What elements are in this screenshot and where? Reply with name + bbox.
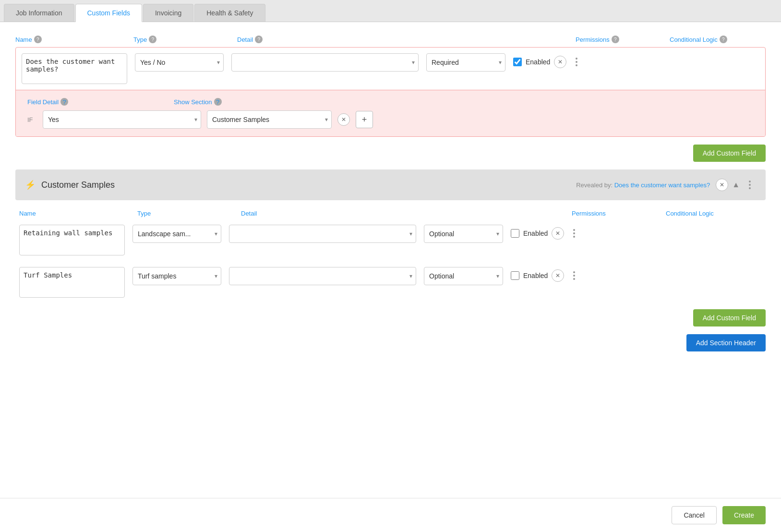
sub-field-0-type-select[interactable]: Landscape sam... bbox=[132, 225, 221, 243]
show-section-help-icon[interactable]: ? bbox=[214, 98, 222, 106]
sub-field-1-permissions-select[interactable]: Optional Required bbox=[424, 267, 503, 285]
top-field-row: Yes / No Text Number ▾ ▾ Required Opt bbox=[16, 48, 765, 90]
type-help-icon[interactable]: ? bbox=[149, 36, 156, 43]
sub-field-1-logic-wrap: Enabled ✕ bbox=[511, 267, 580, 284]
sub-field-1-name-input[interactable] bbox=[19, 267, 125, 298]
sub-field-0-detail-select[interactable] bbox=[229, 225, 416, 243]
sub-field-row-0: Landscape sam... ▾ ▾ Optional Required ▾ bbox=[15, 221, 766, 259]
add-custom-field-row-top: Add Custom Field bbox=[15, 145, 766, 162]
col-header-type: Type bbox=[133, 36, 147, 43]
add-custom-field-row-bottom: Add Custom Field bbox=[15, 309, 766, 326]
sub-field-0-type-select-wrap: Landscape sam... ▾ bbox=[132, 225, 221, 243]
sub-field-1-detail-select[interactable] bbox=[229, 267, 416, 285]
top-field-detail-select[interactable] bbox=[231, 53, 419, 72]
top-field-permissions-select-wrap: Required Optional ▾ bbox=[426, 53, 505, 72]
show-section-label: Show Section ? bbox=[174, 98, 222, 106]
top-field-logic-wrap: Enabled ✕ bbox=[513, 53, 583, 71]
sub-field-0-detail-select-wrap: ▾ bbox=[229, 225, 416, 243]
sub-field-0-permissions-select[interactable]: Optional Required bbox=[424, 225, 503, 243]
sub-field-0-logic-label: Enabled bbox=[523, 230, 548, 237]
sub-field-1-type-select-wrap: Turf samples ▾ bbox=[132, 267, 221, 285]
sub-col-header-permissions: Permissions bbox=[572, 210, 658, 217]
conditional-row: IF Yes No ▾ Customer Samples ▾ bbox=[27, 110, 754, 129]
tab-invoicing[interactable]: Invoicing bbox=[143, 4, 193, 22]
section-collapse-btn[interactable]: ▲ bbox=[732, 181, 740, 189]
if-value-select[interactable]: Yes No bbox=[43, 110, 201, 129]
tab-job-information[interactable]: Job Information bbox=[4, 4, 74, 22]
if-label: IF bbox=[27, 116, 37, 123]
revealed-by-text: Revealed by: Does the customer want samp… bbox=[576, 181, 710, 189]
top-field-logic-close-btn[interactable]: ✕ bbox=[554, 56, 566, 68]
main-content: Name ? Type ? Detail ? Permissions ? Con… bbox=[0, 22, 781, 498]
sub-field-1-permissions-select-wrap: Optional Required ▾ bbox=[424, 267, 503, 285]
sub-field-column-headers: Name Type Detail Permissions Conditional… bbox=[15, 210, 766, 217]
top-field-type-select-wrap: Yes / No Text Number ▾ bbox=[135, 53, 224, 72]
top-field-name-input[interactable] bbox=[22, 53, 127, 84]
field-column-headers: Name ? Type ? Detail ? Permissions ? Con… bbox=[15, 36, 766, 43]
sub-field-1-logic-checkbox[interactable] bbox=[511, 271, 519, 280]
sub-field-1-dots-menu[interactable] bbox=[568, 267, 580, 284]
conditional-row-add-btn[interactable]: + bbox=[356, 111, 373, 128]
add-section-header-btn[interactable]: Add Section Header bbox=[686, 334, 766, 351]
col-header-conditional-logic: Conditional Logic bbox=[670, 36, 718, 43]
section-title: Customer Samples bbox=[41, 180, 570, 190]
col-header-detail: Detail bbox=[237, 36, 253, 43]
section-controls: ✕ ▲ bbox=[716, 176, 756, 193]
top-field-type-select[interactable]: Yes / No Text Number bbox=[135, 53, 224, 72]
sub-col-header-logic: Conditional Logic bbox=[666, 210, 762, 217]
tab-custom-fields[interactable]: Custom Fields bbox=[75, 4, 142, 22]
section-close-btn[interactable]: ✕ bbox=[716, 179, 728, 191]
if-value-select-wrap: Yes No ▾ bbox=[43, 110, 201, 129]
sub-field-0-logic-checkbox[interactable] bbox=[511, 229, 519, 238]
revealed-by-link[interactable]: Does the customer want samples? bbox=[614, 181, 710, 189]
sub-col-header-detail: Detail bbox=[241, 210, 564, 217]
sub-field-row-1: Turf samples ▾ ▾ Optional Required ▾ Ena… bbox=[15, 263, 766, 302]
top-field-logic-checkbox[interactable] bbox=[513, 58, 522, 66]
add-custom-field-btn-top[interactable]: Add Custom Field bbox=[693, 145, 766, 162]
conditional-row-close-btn[interactable]: ✕ bbox=[337, 113, 350, 126]
col-header-permissions: Permissions bbox=[576, 36, 610, 43]
add-section-header-row: Add Section Header bbox=[15, 334, 766, 351]
top-field-logic-label: Enabled bbox=[526, 58, 550, 66]
detail-help-icon[interactable]: ? bbox=[255, 36, 263, 43]
sub-col-header-name: Name bbox=[19, 210, 130, 217]
section-lightning-icon: ⚡ bbox=[25, 180, 36, 190]
sub-field-0-name-input[interactable] bbox=[19, 225, 125, 255]
tab-health-safety[interactable]: Health & Safety bbox=[194, 4, 265, 22]
cancel-button[interactable]: Cancel bbox=[672, 506, 717, 524]
name-help-icon[interactable]: ? bbox=[34, 36, 42, 43]
field-detail-help-icon[interactable]: ? bbox=[60, 98, 68, 106]
col-header-name: Name bbox=[15, 36, 32, 43]
sub-field-0-dots-menu[interactable] bbox=[568, 225, 580, 242]
conditional-header: Field Detail ? Show Section ? bbox=[27, 98, 754, 106]
create-button[interactable]: Create bbox=[722, 506, 766, 524]
tab-bar: Job Information Custom Fields Invoicing … bbox=[0, 0, 781, 22]
top-field-dots-menu[interactable] bbox=[570, 53, 583, 71]
add-custom-field-btn-bottom[interactable]: Add Custom Field bbox=[693, 309, 766, 326]
bottom-actions: Cancel Create bbox=[0, 498, 781, 532]
field-detail-label: Field Detail ? bbox=[27, 98, 68, 106]
top-field-card: Yes / No Text Number ▾ ▾ Required Opt bbox=[15, 47, 766, 137]
sub-field-0-close-btn[interactable]: ✕ bbox=[552, 227, 564, 240]
conditional-logic-help-icon[interactable]: ? bbox=[720, 36, 727, 43]
sub-field-1-type-select[interactable]: Turf samples bbox=[132, 267, 221, 285]
customer-samples-section-header: ⚡ Customer Samples Revealed by: Does the… bbox=[15, 169, 766, 200]
sub-field-1-close-btn[interactable]: ✕ bbox=[552, 269, 564, 282]
top-field-detail-select-wrap: ▾ bbox=[231, 53, 419, 72]
permissions-help-icon[interactable]: ? bbox=[612, 36, 619, 43]
show-section-select-wrap: Customer Samples ▾ bbox=[207, 110, 332, 129]
sub-field-0-logic-wrap: Enabled ✕ bbox=[511, 225, 580, 242]
section-dots-menu[interactable] bbox=[744, 176, 756, 193]
top-field-permissions-select[interactable]: Required Optional bbox=[426, 53, 505, 72]
sub-field-1-detail-select-wrap: ▾ bbox=[229, 267, 416, 285]
sub-field-1-logic-label: Enabled bbox=[523, 272, 548, 279]
conditional-logic-section: Field Detail ? Show Section ? IF Yes No bbox=[16, 90, 765, 136]
sub-col-header-type: Type bbox=[137, 210, 233, 217]
sub-field-0-permissions-select-wrap: Optional Required ▾ bbox=[424, 225, 503, 243]
show-section-select[interactable]: Customer Samples bbox=[207, 110, 332, 129]
